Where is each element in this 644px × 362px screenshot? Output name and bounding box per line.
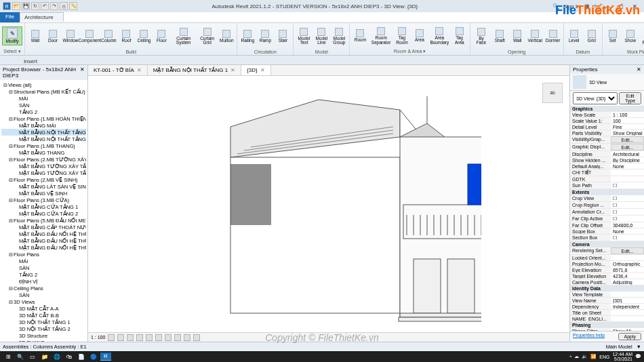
property-group-header[interactable]: Identity Data bbox=[570, 285, 644, 291]
tree-item[interactable]: SÀN bbox=[1, 264, 86, 271]
tree-item[interactable]: ⊟Floor Plans (1.MB THANG) bbox=[1, 142, 86, 149]
tree-item[interactable]: MẶT BẰNG CỬA TẦNG 2 bbox=[1, 210, 86, 217]
tree-item[interactable]: MẶT BẰNG TƯỜNG XÂY TẦNG 2 bbox=[1, 169, 86, 176]
shadows-icon[interactable] bbox=[136, 334, 143, 341]
property-row[interactable]: Title on Sheet bbox=[570, 310, 644, 316]
apply-button[interactable]: Apply bbox=[618, 333, 641, 340]
tree-item[interactable]: MẶT BẰNG VỆ SINH bbox=[1, 190, 86, 197]
tree-item[interactable]: ⊟Floor Plans (2.MB TƯỜNG XÂY) bbox=[1, 156, 86, 163]
tray-cloud-icon[interactable]: ☁ bbox=[574, 354, 579, 359]
window-button[interactable]: Window bbox=[62, 29, 79, 44]
model-text-button[interactable]: Model Text bbox=[296, 27, 312, 46]
tree-item[interactable]: MẶT BẰNG LÁT SÀN VỆ SINH bbox=[1, 183, 86, 190]
tree-item[interactable]: MẶT BẰNG ĐẦU NỐI HỆ THỐNG 1 bbox=[1, 230, 86, 237]
tree-item[interactable]: MẶT BẰNG TƯỜNG XÂY TẦNG 1 bbox=[1, 163, 86, 169]
start-button[interactable]: ⊞ bbox=[3, 353, 14, 361]
rendering-icon[interactable] bbox=[146, 334, 153, 341]
close-panel-icon[interactable]: ✕ bbox=[80, 66, 85, 79]
tray-time[interactable]: 12:44 AM bbox=[612, 352, 632, 357]
tray-wifi-icon[interactable]: 📶 bbox=[590, 354, 597, 359]
property-row[interactable]: Sun Path bbox=[570, 182, 644, 189]
tree-item[interactable]: MẶT BẰNG ĐẦU NỐI HỆ THỐNG 2 bbox=[1, 244, 86, 251]
notification-icon[interactable]: 💬 bbox=[635, 354, 641, 359]
file-tab[interactable]: File bbox=[0, 12, 20, 22]
chrome-icon[interactable]: 🔵 bbox=[88, 353, 99, 361]
tree-item[interactable]: MÁI bbox=[1, 95, 86, 102]
visual-style-icon[interactable] bbox=[117, 334, 124, 341]
tree-item[interactable]: ⊟Floor Plans (2.MB VỆ SINH) bbox=[1, 176, 86, 183]
close-panel-icon[interactable]: ✕ bbox=[637, 66, 641, 73]
component-button[interactable]: Component bbox=[80, 29, 99, 44]
search-taskbar-icon[interactable]: 🔍 bbox=[15, 353, 26, 361]
tree-item[interactable]: ĐỊNH VỊ bbox=[1, 278, 86, 285]
door-button[interactable]: Door bbox=[45, 29, 61, 44]
room-button[interactable]: Room bbox=[352, 28, 368, 43]
vertical-button[interactable]: Vertical bbox=[527, 29, 543, 44]
ceiling-button[interactable]: Ceiling bbox=[136, 29, 152, 44]
stair-button[interactable]: Stair bbox=[275, 29, 291, 44]
tree-item[interactable]: TẦNG 2 bbox=[1, 108, 86, 115]
property-group-header[interactable]: Camera bbox=[570, 241, 644, 247]
tree-item[interactable]: ⊟Structural Plans (MB KẾT CẤU) bbox=[1, 88, 86, 95]
property-row[interactable]: DisciplineArchitectural bbox=[570, 151, 644, 157]
type-selector[interactable]: 3D View bbox=[570, 74, 644, 91]
tree-item[interactable]: 3D Structure bbox=[1, 332, 86, 339]
property-row[interactable]: Scale Value 1:100 bbox=[570, 118, 644, 124]
tree-item[interactable]: MẶT BẰNG THANG bbox=[1, 149, 86, 156]
revit-taskbar-icon[interactable]: R bbox=[100, 353, 111, 361]
room-separator-button[interactable]: Room Separator bbox=[369, 26, 393, 45]
level-button[interactable]: Level bbox=[566, 29, 582, 44]
wall-button[interactable]: Wall bbox=[27, 29, 43, 44]
tree-item[interactable]: 3D THANG bbox=[1, 339, 86, 342]
close-tab-icon[interactable]: ✕ bbox=[230, 67, 235, 73]
roof-button[interactable]: Roof bbox=[118, 29, 134, 44]
area-boundary-button[interactable]: Area Boundary bbox=[429, 26, 450, 45]
floor-button[interactable]: Floor bbox=[153, 29, 169, 44]
railing-button[interactable]: Railing bbox=[239, 29, 256, 44]
tree-item[interactable]: ⊟3D Views bbox=[1, 298, 86, 305]
view-tab[interactable]: MẶT BẰNG NỘI THẤT TẦNG 1✕ bbox=[148, 65, 241, 75]
view-tab[interactable]: {3D}✕ bbox=[241, 65, 271, 75]
measure-icon[interactable]: 📏 bbox=[69, 2, 77, 10]
lock-3d-icon[interactable] bbox=[174, 334, 181, 341]
redo-icon[interactable]: ↷ bbox=[50, 2, 58, 10]
model-group-button[interactable]: Model Group bbox=[331, 27, 347, 46]
scale-selector[interactable]: 1 : 100 bbox=[91, 335, 105, 340]
property-row[interactable]: Show Hidden ...By Discipline bbox=[570, 157, 644, 163]
curtain-system-button[interactable]: Curtain System bbox=[171, 27, 195, 46]
tree-item[interactable]: 3D MẶT CẮT B-B bbox=[1, 312, 86, 319]
property-row[interactable]: Scope BoxNone bbox=[570, 228, 644, 235]
tree-item[interactable]: 3D MẶT CẮT A-A bbox=[1, 305, 86, 312]
column-button[interactable]: Column bbox=[100, 29, 117, 44]
property-row[interactable]: Default Analy...None bbox=[570, 163, 644, 169]
close-tab-icon[interactable]: ✕ bbox=[137, 67, 142, 73]
temporary-hide-icon[interactable] bbox=[184, 334, 190, 341]
property-row[interactable]: Camera Positi...Adjusting bbox=[570, 279, 644, 285]
selection-filter-icon[interactable]: ▼ bbox=[637, 344, 641, 350]
properties-list[interactable]: GraphicsView Scale1 : 100Scale Value 1:1… bbox=[570, 106, 644, 331]
mullion-button[interactable]: Mullion bbox=[218, 29, 235, 44]
workset-selector[interactable]: Main Model bbox=[606, 344, 632, 350]
tag-area-button[interactable]: Tag Area bbox=[451, 26, 468, 45]
property-row[interactable]: CHI TIẾT bbox=[570, 169, 644, 176]
properties-help-link[interactable]: Properties help bbox=[573, 333, 605, 340]
property-group-header[interactable]: Extents bbox=[570, 189, 644, 195]
tree-item[interactable]: MẶT BẰNG MÁI bbox=[1, 122, 86, 129]
tree-item[interactable]: ⊟Floor Plans bbox=[1, 251, 86, 258]
property-group-header[interactable]: Phasing bbox=[570, 322, 644, 328]
property-row[interactable]: Detail LevelFine bbox=[570, 124, 644, 130]
project-browser-tree[interactable]: ⊟Views (all)⊟Structural Plans (MB KẾT CẤ… bbox=[0, 80, 87, 342]
tree-item[interactable]: SÀN bbox=[1, 102, 86, 108]
property-row[interactable]: View Scale1 : 100 bbox=[570, 112, 644, 118]
tree-item[interactable]: ⊟Floor Plans (1.MB HOÀN THIỆN) bbox=[1, 115, 86, 122]
print-icon[interactable]: ⎙ bbox=[60, 2, 68, 10]
property-row[interactable]: Eye Elevation8571,8 bbox=[570, 267, 644, 273]
property-row[interactable]: Far Clip Active bbox=[570, 216, 644, 222]
tree-item[interactable]: MẶT BẰNG ĐẦU NỐI HỆ THỐNG 1 bbox=[1, 237, 86, 244]
property-row[interactable]: Section Box bbox=[570, 235, 644, 241]
modify-button[interactable]: ✎ Modify bbox=[2, 26, 22, 45]
file-explorer-icon[interactable]: 📁 bbox=[39, 353, 50, 361]
instance-selector[interactable]: 3D View: {3D} bbox=[573, 92, 618, 104]
property-row[interactable]: NAME_ENGLI... bbox=[570, 316, 644, 322]
shaft-button[interactable]: Shaft bbox=[491, 29, 508, 44]
